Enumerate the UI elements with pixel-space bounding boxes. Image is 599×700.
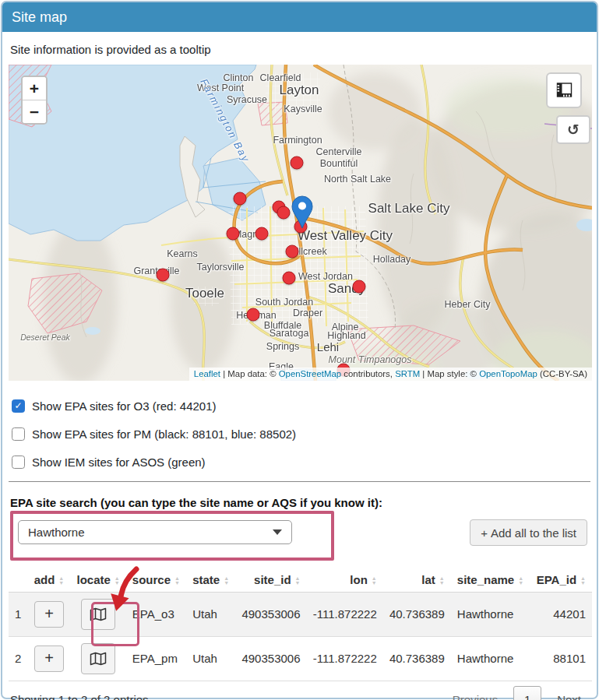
checkbox-epa-o3[interactable]: ✓ Show EPA sites for O3 (red: 44201)	[12, 392, 590, 420]
zoom-control: + −	[21, 76, 48, 125]
card-body: Site information is provided as a toolti…	[2, 32, 597, 700]
cell-lon: -111.872222	[307, 636, 383, 681]
checkbox-icon[interactable]	[12, 456, 25, 469]
plus-icon: +	[481, 526, 488, 540]
header-rownum	[9, 568, 28, 592]
site-map-card: Site map Site information is provided as…	[1, 1, 598, 699]
reset-icon: ↺	[567, 121, 580, 139]
epa-o3-site-marker[interactable]	[286, 245, 299, 259]
checkbox-icon[interactable]: ✓	[12, 399, 25, 413]
layer-checkbox-group: ✓ Show EPA sites for O3 (red: 44201) Sho…	[9, 392, 590, 476]
header-lon[interactable]: lon▲▼	[307, 568, 383, 592]
add-row-button[interactable]: +	[34, 601, 64, 628]
section-divider	[9, 481, 590, 482]
header-add[interactable]: add▲▼	[28, 568, 71, 592]
leaflet-map[interactable]: ClintonClearfieldWest PointLaytonSyracus…	[9, 65, 592, 381]
checkbox-label: Show EPA sites for O3 (red: 44201)	[32, 399, 217, 413]
attribution-text: (CC-BY-SA)	[537, 369, 587, 378]
epa-o3-site-marker[interactable]	[234, 192, 247, 206]
header-source[interactable]: source▲▼	[126, 568, 186, 592]
cell-site-id: 490353006	[235, 636, 306, 681]
cell-lat: 40.736389	[383, 592, 451, 636]
search-label: EPA site search (you can type the site n…	[10, 496, 590, 509]
epa-o3-site-marker[interactable]	[247, 308, 260, 322]
map-attribution: Leaflet | Map data: © OpenStreetMap cont…	[189, 368, 592, 381]
next-page-button[interactable]: Next	[548, 687, 590, 700]
sort-icon: ▲▼	[174, 576, 180, 585]
cell-site-name: Hawthorne	[451, 592, 530, 636]
table-header-row: add▲▼ locate▲▼ source▲▼ state▲▼ site_id▲…	[9, 568, 592, 592]
attribution-text: | Map style: ©	[420, 369, 479, 378]
epa-o3-site-marker[interactable]	[255, 227, 269, 241]
epa-o3-site-marker[interactable]	[353, 280, 366, 294]
epa-o3-site-marker[interactable]	[283, 272, 296, 285]
measure-button[interactable]	[546, 72, 582, 108]
previous-page-button[interactable]: Previous	[443, 687, 507, 700]
page-title: Site map	[12, 9, 67, 26]
table-row: 2 + EPA_pm Utah 490353006 -111.872222 40…	[9, 636, 592, 681]
site-pin[interactable]	[290, 195, 315, 230]
attribution-link[interactable]: OpenTopoMap	[479, 369, 537, 378]
cell-epa-id: 44201	[530, 592, 592, 636]
attribution-text: contributors,	[341, 369, 395, 378]
attribution-text: | Map data: ©	[220, 369, 279, 378]
sites-table-wrap: add▲▼ locate▲▼ source▲▼ state▲▼ site_id▲…	[9, 568, 590, 700]
reset-view-button[interactable]: ↺	[556, 115, 590, 144]
current-page-button[interactable]: 1	[513, 686, 541, 700]
header-locate[interactable]: locate▲▼	[70, 568, 125, 592]
zoom-in-button[interactable]: +	[23, 77, 46, 100]
locate-row-button[interactable]	[81, 599, 115, 630]
cell-lat: 40.736389	[383, 636, 451, 681]
attribution-link[interactable]: Leaflet	[194, 369, 220, 378]
sort-icon: ▲▼	[224, 576, 229, 585]
search-row: Hawthorne + Add all to the list	[9, 520, 590, 548]
add-all-label: Add all to the list	[491, 526, 576, 540]
checkbox-iem-asos[interactable]: Show IEM sites for ASOS (green)	[12, 448, 590, 476]
checkbox-label: Show IEM sites for ASOS (green)	[32, 456, 206, 469]
epa-o3-site-marker[interactable]	[291, 157, 304, 170]
selected-site: Hawthorne	[28, 526, 85, 539]
sort-icon: ▲▼	[439, 576, 445, 585]
header-state[interactable]: state▲▼	[186, 568, 235, 592]
sites-table: add▲▼ locate▲▼ source▲▼ state▲▼ site_id▲…	[9, 568, 592, 681]
add-row-button[interactable]: +	[34, 645, 64, 672]
row-number: 1	[9, 592, 28, 636]
sort-icon: ▲▼	[58, 576, 64, 585]
header-lat[interactable]: lat▲▼	[383, 568, 451, 592]
sort-icon: ▲▼	[115, 576, 120, 585]
cell-source: EPA_o3	[126, 592, 186, 636]
cell-state: Utah	[186, 636, 235, 681]
cell-site-id: 490353006	[235, 592, 306, 636]
sort-icon: ▲▼	[295, 576, 301, 585]
table-row: 1 + EPA_o3 Utah 490353006 -111.872222 40…	[9, 592, 592, 636]
sort-icon: ▲▼	[580, 576, 586, 585]
map-icon	[90, 607, 107, 621]
epa-o3-site-marker[interactable]	[157, 269, 170, 282]
attribution-link[interactable]: OpenStreetMap	[279, 369, 341, 378]
cell-state: Utah	[186, 592, 235, 636]
sort-icon: ▲▼	[518, 576, 523, 585]
cell-lon: -111.872222	[307, 592, 383, 636]
table-footer: Showing 1 to 2 of 2 entries Previous 1 N…	[9, 684, 590, 700]
cell-source: EPA_pm	[126, 636, 186, 681]
epa-o3-site-marker[interactable]	[277, 206, 291, 220]
locate-row-button[interactable]	[81, 643, 115, 674]
checkbox-icon[interactable]	[12, 427, 25, 441]
header-epa-id[interactable]: EPA_id▲▼	[530, 568, 592, 592]
checkbox-epa-pm[interactable]: Show EPA sites for PM (black: 88101, blu…	[12, 420, 590, 448]
sort-icon: ▲▼	[372, 576, 377, 585]
row-number: 2	[9, 636, 28, 681]
zoom-out-button[interactable]: −	[23, 100, 46, 123]
pagination: Previous 1 Next	[443, 686, 590, 700]
header-site-name[interactable]: site_name▲▼	[451, 568, 530, 592]
ruler-icon	[555, 82, 573, 100]
map-icon	[90, 652, 107, 666]
cell-epa-id: 88101	[530, 636, 592, 681]
map-subtitle: Site information is provided as a toolti…	[10, 43, 590, 56]
epa-o3-site-marker[interactable]	[227, 227, 240, 241]
add-all-button[interactable]: + Add all to the list	[470, 519, 587, 546]
checkbox-label: Show EPA sites for PM (black: 88101, blu…	[32, 427, 296, 441]
site-search-select[interactable]: Hawthorne	[18, 520, 292, 544]
attribution-link[interactable]: SRTM	[395, 369, 420, 378]
header-site-id[interactable]: site_id▲▼	[235, 568, 306, 592]
